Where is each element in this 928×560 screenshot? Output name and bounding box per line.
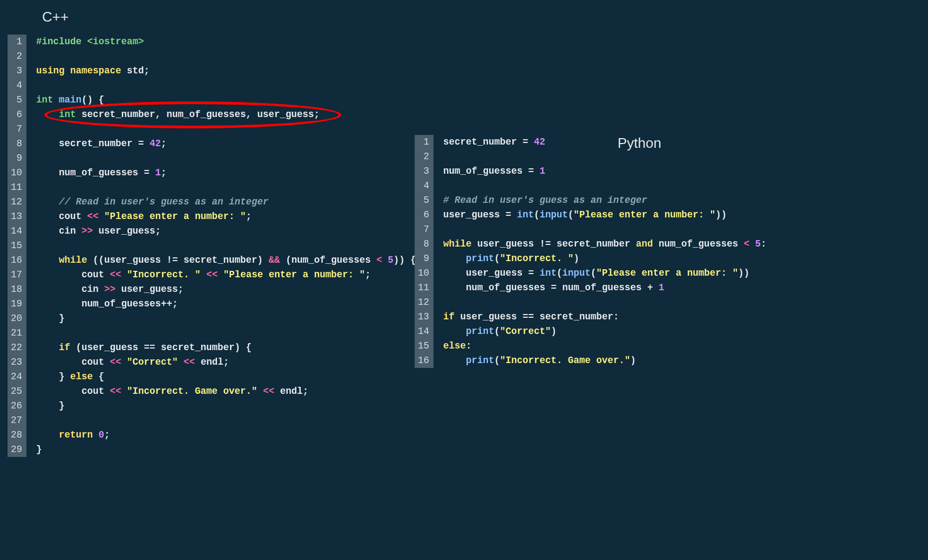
- code-line: [443, 222, 767, 237]
- python-panel: 1 2 3 4 5 6 7 8 9 10 11 12 13 14 15 16 s…: [415, 135, 767, 368]
- code-line: secret_number = 42;: [36, 136, 416, 151]
- code-line: if (user_guess == secret_number) {: [36, 340, 416, 355]
- code-line: [36, 122, 416, 136]
- line-number: 10: [11, 166, 22, 180]
- code-line: cout << "Incorrect. " << "Please enter a…: [36, 268, 416, 282]
- cpp-panel: 1 2 3 4 5 6 7 8 9 10 11 12 13 14 15 16 1…: [8, 35, 416, 457]
- code-line: while user_guess != secret_number and nu…: [443, 237, 767, 251]
- line-number: 22: [11, 340, 22, 355]
- line-number: 13: [11, 209, 22, 224]
- line-number: 15: [11, 238, 22, 253]
- code-line: }: [36, 311, 416, 326]
- code-line: [36, 326, 416, 340]
- code-line: [36, 49, 416, 64]
- line-number: 14: [11, 224, 22, 238]
- line-number: 8: [418, 237, 429, 251]
- code-line: int main() {: [36, 93, 416, 107]
- line-number: 1: [418, 135, 429, 149]
- code-line: num_of_guesses = num_of_guesses + 1: [443, 281, 767, 295]
- code-line: } else {: [36, 370, 416, 384]
- line-number: 9: [418, 251, 429, 266]
- code-line: cout << "Correct" << endl;: [36, 355, 416, 370]
- code-line: [36, 413, 416, 428]
- line-number: 3: [418, 164, 429, 179]
- code-line: [443, 179, 767, 193]
- line-number: 2: [418, 149, 429, 164]
- line-number: 29: [11, 442, 22, 457]
- code-line: print("Correct"): [443, 324, 767, 339]
- code-line: secret_number = 42: [443, 135, 767, 149]
- line-number: 13: [418, 310, 429, 324]
- cpp-title: C++: [42, 10, 69, 24]
- code-line: num_of_guesses = 1: [443, 164, 767, 179]
- line-number: 6: [11, 107, 22, 122]
- line-number: 1: [11, 35, 22, 49]
- code-line: user_guess = int(input("Please enter a n…: [443, 266, 767, 281]
- code-line: user_guess = int(input("Please enter a n…: [443, 208, 767, 222]
- line-number: 11: [11, 180, 22, 195]
- code-line: [36, 238, 416, 253]
- code-line: }: [36, 442, 416, 457]
- code-line: [36, 151, 416, 166]
- code-line: [443, 295, 767, 310]
- code-line: num_of_guesses++;: [36, 297, 416, 311]
- code-line: if user_guess == secret_number:: [443, 310, 767, 324]
- line-number: 20: [11, 311, 22, 326]
- code-line: }: [36, 399, 416, 413]
- line-number: 4: [418, 179, 429, 193]
- line-number: 5: [418, 193, 429, 208]
- line-number: 7: [418, 222, 429, 237]
- code-line: cout << "Incorrect. Game over." << endl;: [36, 384, 416, 399]
- python-code: secret_number = 42 num_of_guesses = 1 # …: [433, 135, 767, 368]
- code-line: // Read in user's guess as an integer: [36, 195, 416, 209]
- line-number: 24: [11, 370, 22, 384]
- cpp-code: #include <iostream> using namespace std;…: [26, 35, 416, 457]
- python-gutter: 1 2 3 4 5 6 7 8 9 10 11 12 13 14 15 16: [415, 135, 433, 368]
- line-number: 11: [418, 281, 429, 295]
- code-line: num_of_guesses = 1;: [36, 166, 416, 180]
- line-number: 8: [11, 136, 22, 151]
- code-line: while ((user_guess != secret_number) && …: [36, 253, 416, 268]
- line-number: 25: [11, 384, 22, 399]
- line-number: 5: [11, 93, 22, 107]
- line-number: 12: [11, 195, 22, 209]
- line-number: 14: [418, 324, 429, 339]
- line-number: 16: [11, 253, 22, 268]
- line-number: 12: [418, 295, 429, 310]
- code-line: [443, 149, 767, 164]
- line-number: 23: [11, 355, 22, 370]
- line-number: 15: [418, 339, 429, 353]
- line-number: 19: [11, 297, 22, 311]
- line-number: 27: [11, 413, 22, 428]
- line-number: 2: [11, 49, 22, 64]
- line-number: 6: [418, 208, 429, 222]
- line-number: 4: [11, 78, 22, 93]
- code-line: #include <iostream>: [36, 35, 416, 49]
- code-line: int secret_number, num_of_guesses, user_…: [36, 107, 416, 122]
- code-line: cout << "Please enter a number: ";: [36, 209, 416, 224]
- line-number: 18: [11, 282, 22, 297]
- line-number: 17: [11, 268, 22, 282]
- line-number: 28: [11, 428, 22, 442]
- line-number: 7: [11, 122, 22, 136]
- line-number: 26: [11, 399, 22, 413]
- line-number: 16: [418, 353, 429, 368]
- code-line: [36, 180, 416, 195]
- line-number: 9: [11, 151, 22, 166]
- code-line: cin >> user_guess;: [36, 224, 416, 238]
- code-line: print("Incorrect. "): [443, 251, 767, 266]
- line-number: 3: [11, 64, 22, 78]
- code-line: print("Incorrect. Game over."): [443, 353, 767, 368]
- line-number: 21: [11, 326, 22, 340]
- code-line: # Read in user's guess as an integer: [443, 193, 767, 208]
- code-line: return 0;: [36, 428, 416, 442]
- code-line: cin >> user_guess;: [36, 282, 416, 297]
- code-line: else:: [443, 339, 767, 353]
- code-line: [36, 78, 416, 93]
- line-number: 10: [418, 266, 429, 281]
- code-line: using namespace std;: [36, 64, 416, 78]
- cpp-gutter: 1 2 3 4 5 6 7 8 9 10 11 12 13 14 15 16 1…: [8, 35, 26, 457]
